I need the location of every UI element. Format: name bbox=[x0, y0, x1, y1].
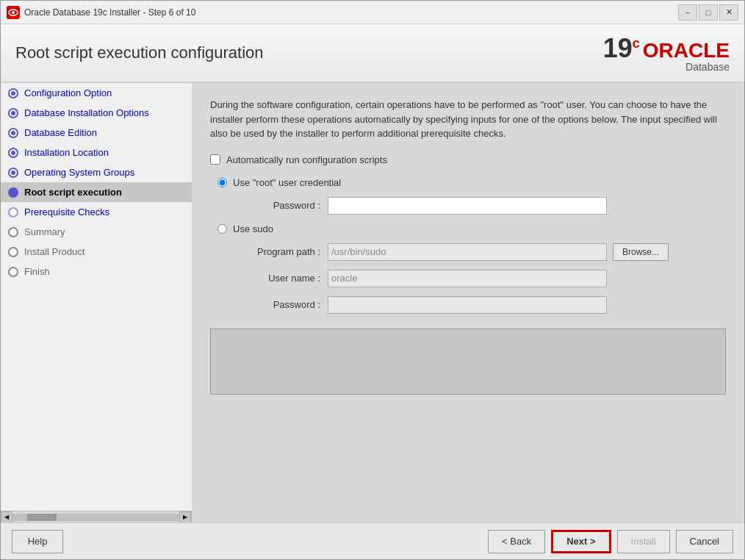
sudo-password-label: Password : bbox=[232, 299, 320, 310]
install-button[interactable]: Install bbox=[617, 530, 670, 553]
sidebar-label-summary: Summary bbox=[24, 226, 65, 237]
oracle-logo: 19c ORACLE Database bbox=[603, 33, 730, 73]
sidebar-label-operating-system-groups: Operating System Groups bbox=[24, 167, 134, 178]
scroll-right-arrow[interactable]: ▶ bbox=[179, 511, 191, 523]
sidebar-bullet-install-product bbox=[8, 247, 18, 257]
radio-sudo[interactable] bbox=[217, 224, 227, 234]
scroll-thumb[interactable] bbox=[27, 514, 57, 521]
sidebar-item-operating-system-groups[interactable]: Operating System Groups bbox=[1, 162, 192, 182]
sidebar-label-root-script-execution: Root script execution bbox=[24, 187, 122, 198]
oracle-product: Database bbox=[685, 61, 730, 73]
root-password-row: Password : bbox=[232, 197, 726, 215]
page-title: Root script execution configuration bbox=[15, 43, 264, 62]
title-bar: Oracle Database 19c Installer - Step 6 o… bbox=[1, 1, 744, 24]
sudo-password-input[interactable] bbox=[328, 296, 607, 314]
sidebar-label-prerequisite-checks: Prerequisite Checks bbox=[24, 207, 109, 218]
radio-root[interactable] bbox=[217, 178, 227, 187]
scroll-track[interactable] bbox=[12, 514, 179, 521]
sidebar-bullet-configuration-option bbox=[8, 88, 18, 98]
cancel-button[interactable]: Cancel bbox=[676, 530, 733, 553]
version-sup: c bbox=[633, 36, 640, 51]
sidebar-item-database-edition[interactable]: Database Edition bbox=[1, 123, 192, 143]
sidebar-item-summary[interactable]: Summary bbox=[1, 222, 192, 242]
description-text: During the software configuration, certa… bbox=[210, 98, 726, 141]
sidebar-label-database-installation-options: Database Installation Options bbox=[24, 107, 149, 118]
options-section: Use "root" user credential Password : Us… bbox=[210, 177, 726, 314]
user-name-input[interactable] bbox=[328, 270, 607, 287]
sidebar-item-database-installation-options[interactable]: Database Installation Options bbox=[1, 103, 192, 123]
window-title: Oracle Database 19c Installer - Step 6 o… bbox=[24, 7, 678, 18]
app-icon bbox=[7, 6, 20, 19]
auto-run-label[interactable]: Automatically run configuration scripts bbox=[226, 154, 387, 165]
maximize-button[interactable]: □ bbox=[699, 4, 718, 21]
browse-button[interactable]: Browse... bbox=[613, 243, 669, 261]
sidebar-bullet-finish bbox=[8, 267, 18, 277]
svg-point-1 bbox=[12, 11, 15, 14]
sudo-password-row: Password : bbox=[232, 296, 726, 314]
sidebar: Configuration Option Database Installati… bbox=[1, 83, 192, 511]
sidebar-label-installation-location: Installation Location bbox=[24, 147, 109, 158]
bottom-bar: Help < Back Next > Install Cancel bbox=[1, 523, 744, 559]
help-button[interactable]: Help bbox=[12, 530, 63, 553]
sidebar-label-install-product: Install Product bbox=[24, 246, 84, 257]
sidebar-bullet-installation-location bbox=[8, 148, 18, 158]
next-button[interactable]: Next > bbox=[551, 530, 611, 553]
sidebar-item-install-product[interactable]: Install Product bbox=[1, 242, 192, 262]
sidebar-item-root-script-execution[interactable]: Root script execution bbox=[1, 182, 192, 202]
program-path-row: Program path : Browse... bbox=[232, 243, 726, 261]
sidebar-item-configuration-option[interactable]: Configuration Option bbox=[1, 83, 192, 103]
version-number: 19c bbox=[603, 33, 640, 64]
sidebar-scrollbar[interactable]: ◀ ▶ bbox=[1, 511, 192, 523]
radio-root-row: Use "root" user credential bbox=[217, 177, 726, 188]
radio-sudo-label[interactable]: Use sudo bbox=[233, 223, 273, 234]
minimize-button[interactable]: − bbox=[678, 4, 697, 21]
sidebar-wrapper: Configuration Option Database Installati… bbox=[1, 83, 192, 523]
main-window: Oracle Database 19c Installer - Step 6 o… bbox=[0, 0, 745, 560]
close-button[interactable]: ✕ bbox=[719, 4, 738, 21]
output-area bbox=[210, 329, 726, 395]
header: Root script execution configuration 19c … bbox=[1, 24, 744, 83]
auto-run-checkbox[interactable] bbox=[210, 154, 220, 165]
sidebar-bullet-summary bbox=[8, 227, 18, 237]
program-path-label: Program path : bbox=[232, 246, 320, 257]
sidebar-item-installation-location[interactable]: Installation Location bbox=[1, 143, 192, 162]
user-name-row: User name : bbox=[232, 270, 726, 287]
user-name-label: User name : bbox=[232, 273, 320, 284]
sudo-fields: Program path : Browse... User name : Pas… bbox=[232, 243, 726, 314]
oracle-brand: ORACLE bbox=[643, 39, 730, 62]
root-password-label: Password : bbox=[232, 200, 320, 211]
auto-checkbox-row: Automatically run configuration scripts bbox=[210, 154, 726, 165]
sidebar-bullet-operating-system-groups bbox=[8, 168, 18, 178]
sidebar-bullet-root-script-execution bbox=[8, 187, 18, 198]
sidebar-label-finish: Finish bbox=[24, 266, 50, 277]
content-area: During the software configuration, certa… bbox=[192, 83, 744, 523]
back-button[interactable]: < Back bbox=[488, 530, 545, 553]
sidebar-label-configuration-option: Configuration Option bbox=[24, 87, 112, 98]
program-path-input[interactable] bbox=[328, 243, 607, 261]
scroll-left-arrow[interactable]: ◀ bbox=[1, 511, 12, 523]
sidebar-bullet-database-installation-options bbox=[8, 108, 18, 118]
root-password-input[interactable] bbox=[328, 197, 607, 215]
main-content: Configuration Option Database Installati… bbox=[1, 83, 744, 523]
sidebar-item-prerequisite-checks[interactable]: Prerequisite Checks bbox=[1, 202, 192, 222]
sidebar-label-database-edition: Database Edition bbox=[24, 127, 97, 138]
sidebar-bullet-database-edition bbox=[8, 128, 18, 138]
window-controls: − □ ✕ bbox=[678, 4, 738, 21]
radio-sudo-row: Use sudo bbox=[217, 223, 726, 234]
sidebar-bullet-prerequisite-checks bbox=[8, 207, 18, 218]
logo-top: 19c ORACLE bbox=[603, 33, 730, 64]
radio-root-label[interactable]: Use "root" user credential bbox=[233, 177, 341, 188]
root-password-fields: Password : bbox=[232, 197, 726, 215]
sidebar-item-finish[interactable]: Finish bbox=[1, 262, 192, 281]
